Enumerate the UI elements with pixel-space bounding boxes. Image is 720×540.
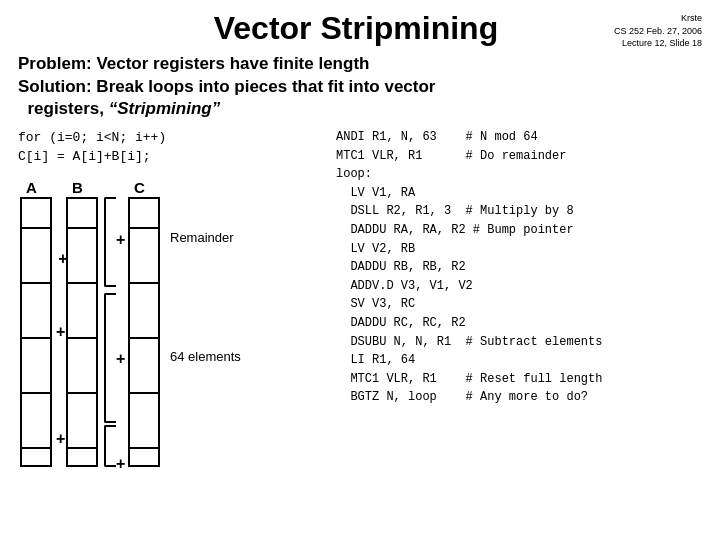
- code-line: LV V2, RB: [336, 240, 702, 259]
- code-line: DSUBU N, N, R1 # Subtract elements: [336, 333, 702, 352]
- assembly-code: ANDI R1, N, 63 # N mod 64MTC1 VLR, R1 # …: [318, 128, 702, 485]
- code-line: LI R1, 64: [336, 351, 702, 370]
- code-line: MTC1 VLR, R1 # Do remainder: [336, 147, 702, 166]
- vector-a: [20, 197, 52, 467]
- code-line: DADDU RC, RC, R2: [336, 314, 702, 333]
- brace-remainder: [104, 197, 116, 287]
- for-loop-code: for (i=0; i<N; i++) C[i] = A[i]+B[i];: [18, 128, 318, 167]
- problem-statement: Problem: Vector registers have finite le…: [18, 54, 702, 74]
- vector-b: [66, 197, 98, 467]
- page-title: Vector Stripmining: [98, 10, 614, 47]
- label-c: C: [134, 179, 145, 196]
- plus-sign-ab-bot: +: [56, 430, 65, 448]
- code-line: ADDV.D V3, V1, V2: [336, 277, 702, 296]
- code-line: DSLL R2, R1, 3 # Multiply by 8: [336, 202, 702, 221]
- code-line: DADDU RB, RB, R2: [336, 258, 702, 277]
- label-b: B: [72, 179, 83, 196]
- slide-info: Krste CS 252 Feb. 27, 2006 Lecture 12, S…: [614, 12, 702, 50]
- brace-64-elements: [104, 293, 116, 423]
- plus-sign-bc-rem: +: [116, 231, 125, 249]
- label-a: A: [26, 179, 37, 196]
- code-lines: ANDI R1, N, 63 # N mod 64MTC1 VLR, R1 # …: [336, 128, 702, 407]
- code-line: SV V3, RC: [336, 295, 702, 314]
- code-line: ANDI R1, N, 63 # N mod 64: [336, 128, 702, 147]
- code-line: LV V1, RA: [336, 184, 702, 203]
- remainder-label: Remainder: [170, 230, 234, 245]
- solution-statement: Solution: Break loops into pieces that f…: [18, 76, 702, 120]
- vector-c: [128, 197, 160, 467]
- code-line: DADDU RA, RA, R2 # Bump pointer: [336, 221, 702, 240]
- code-line: loop:: [336, 165, 702, 184]
- 64-elements-label: 64 elements: [170, 349, 241, 364]
- plus-sign-ab-mid: +: [56, 323, 65, 341]
- code-line: BGTZ N, loop # Any more to do?: [336, 388, 702, 407]
- plus-sign-ab-top: +: [56, 250, 70, 268]
- plus-sign-bc-bot: +: [116, 455, 125, 473]
- code-line: MTC1 VLR, R1 # Reset full length: [336, 370, 702, 389]
- plus-sign-bc-64: +: [116, 350, 125, 368]
- brace-bottom: [104, 425, 116, 467]
- vector-diagram: A B C: [18, 175, 298, 485]
